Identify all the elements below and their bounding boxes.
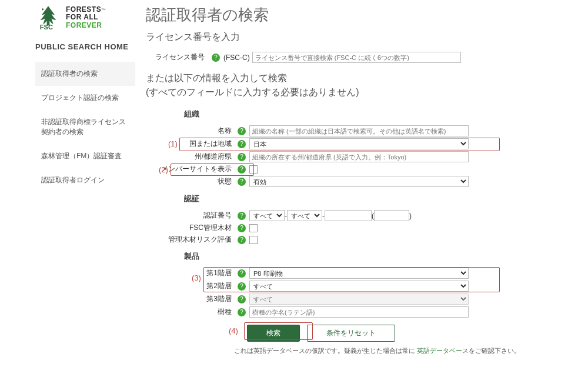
sidebar-item-project-cert-search[interactable]: プロジェクト認証の検索 — [35, 86, 135, 110]
lvl2-label: 第2階層 — [146, 281, 234, 291]
help-icon[interactable]: ? — [238, 165, 246, 174]
section-cert: 認証 — [146, 189, 577, 210]
org-name-label: 名称 — [146, 126, 234, 136]
help-icon[interactable]: ? — [238, 236, 246, 244]
certno-select-1[interactable]: すべて — [249, 210, 285, 221]
species-input[interactable] — [249, 306, 469, 318]
help-icon[interactable]: ? — [212, 54, 220, 62]
or-instruction: または以下の情報を入力して検索(すべてのフィールドに入力する必要はありません) — [146, 71, 577, 99]
certno-select-2[interactable]: すべて — [287, 210, 322, 221]
license-number-input[interactable] — [252, 52, 461, 63]
section-org: 組織 — [146, 104, 577, 125]
svg-point-0 — [42, 8, 44, 10]
country-select[interactable]: 日本 — [249, 138, 469, 149]
status-label: 状態 — [146, 176, 234, 186]
lvl3-select: すべて — [249, 293, 469, 305]
fsc-cw-label: FSC管理木材 — [146, 223, 234, 233]
state-input[interactable] — [249, 151, 469, 162]
help-icon[interactable]: ? — [238, 140, 246, 148]
lvl1-label: 第1階層 — [146, 268, 234, 278]
help-icon[interactable]: ? — [238, 295, 246, 303]
lvl2-select[interactable]: すべて — [249, 281, 469, 292]
tree-icon: FSC — [35, 5, 61, 31]
license-prefix: (FSC-C) — [223, 54, 250, 62]
help-icon[interactable]: ? — [238, 224, 246, 232]
reset-button[interactable]: 条件をリセット — [307, 325, 395, 342]
species-label: 樹種 — [146, 307, 234, 317]
certno-input-1[interactable] — [325, 210, 372, 221]
section-product: 製品 — [146, 246, 577, 268]
org-name-input[interactable] — [249, 125, 469, 136]
help-icon[interactable]: ? — [238, 282, 246, 291]
certno-label: 認証番号 — [146, 211, 234, 221]
lvl3-label: 第3階層 — [146, 294, 234, 304]
cw-risk-checkbox[interactable] — [249, 236, 258, 244]
state-label: 州/都道府県 — [146, 152, 234, 162]
annotation-1: (1) — [168, 139, 178, 148]
member-sites-checkbox[interactable] — [249, 165, 258, 174]
cw-risk-label: 管理木材リスク評価 — [146, 235, 234, 245]
sidebar-item-fm-audit[interactable]: 森林管理（FM）認証審査 — [35, 144, 135, 168]
lvl1-select[interactable]: P8 印刷物 — [249, 268, 469, 279]
annotation-4: (4) — [229, 326, 238, 335]
fsc-logo: FSC FORESTS™ FOR ALL FOREVER — [35, 5, 135, 31]
sidebar-item-cert-holder-login[interactable]: 認証取得者ログイン — [35, 168, 135, 192]
help-icon[interactable]: ? — [238, 212, 246, 220]
country-label: 国または地域 — [146, 139, 234, 149]
side-nav: 認証取得者の検索 プロジェクト認証の検索 非認証取得商標ライセンス契約者の検索 … — [35, 62, 135, 192]
certno-input-2[interactable] — [374, 210, 409, 221]
help-icon[interactable]: ? — [238, 269, 246, 278]
public-search-home[interactable]: PUBLIC SEARCH HOME — [35, 42, 135, 51]
english-db-link[interactable]: 英語データベース — [417, 347, 469, 354]
sidebar-item-noncert-trademark-search[interactable]: 非認証取得商標ライセンス契約者の検索 — [35, 110, 135, 144]
help-icon[interactable]: ? — [238, 153, 246, 161]
help-icon[interactable]: ? — [238, 127, 246, 135]
logo-text: FORESTS™ FOR ALL FOREVER — [66, 6, 106, 29]
fsc-cw-checkbox[interactable] — [249, 224, 258, 232]
sidebar-item-cert-holder-search[interactable]: 認証取得者の検索 — [35, 62, 135, 86]
page-title: 認証取得者の検索 — [146, 5, 577, 25]
license-number-label: ライセンス番号 — [146, 52, 208, 62]
paren-r: ) — [409, 212, 412, 220]
footnote: これは英語データベースの仮訳です。疑義が生じた場合は常に 英語データベースをご確… — [234, 346, 577, 355]
help-icon[interactable]: ? — [238, 308, 246, 316]
help-icon[interactable]: ? — [238, 178, 246, 186]
svg-text:FSC: FSC — [40, 24, 53, 31]
annotation-2: (2) — [159, 165, 168, 174]
status-select[interactable]: 有効 — [249, 176, 469, 187]
search-button[interactable]: 検索 — [247, 325, 300, 342]
subtitle: ライセンス番号を入力 — [146, 31, 577, 44]
